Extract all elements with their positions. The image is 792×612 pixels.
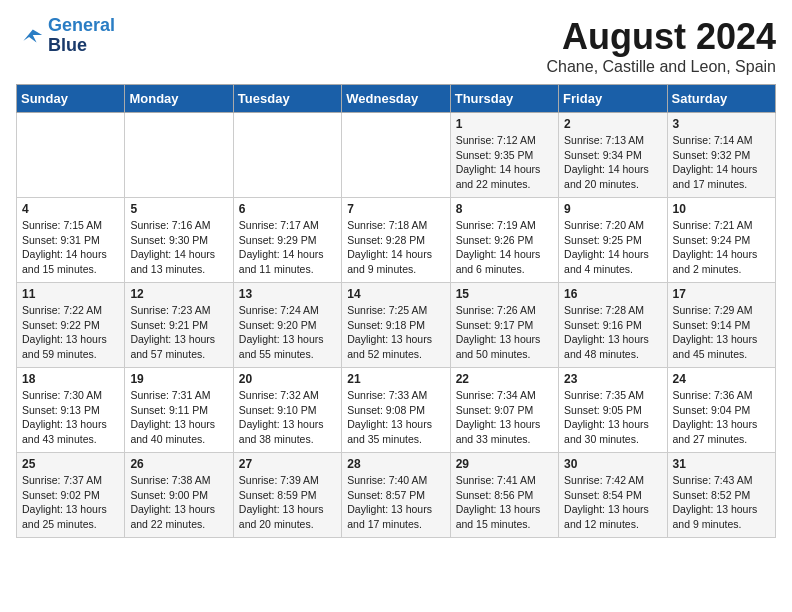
day-number: 27 xyxy=(239,457,336,471)
day-number: 16 xyxy=(564,287,661,301)
weekday-header: Wednesday xyxy=(342,85,450,113)
day-number: 9 xyxy=(564,202,661,216)
svg-marker-0 xyxy=(23,29,42,42)
day-number: 22 xyxy=(456,372,553,386)
day-info: Sunrise: 7:12 AM Sunset: 9:35 PM Dayligh… xyxy=(456,133,553,192)
calendar-cell: 2Sunrise: 7:13 AM Sunset: 9:34 PM Daylig… xyxy=(559,113,667,198)
calendar-cell: 7Sunrise: 7:18 AM Sunset: 9:28 PM Daylig… xyxy=(342,198,450,283)
day-info: Sunrise: 7:33 AM Sunset: 9:08 PM Dayligh… xyxy=(347,388,444,447)
day-info: Sunrise: 7:17 AM Sunset: 9:29 PM Dayligh… xyxy=(239,218,336,277)
calendar-cell xyxy=(17,113,125,198)
calendar-cell: 30Sunrise: 7:42 AM Sunset: 8:54 PM Dayli… xyxy=(559,453,667,538)
day-info: Sunrise: 7:16 AM Sunset: 9:30 PM Dayligh… xyxy=(130,218,227,277)
calendar-cell: 9Sunrise: 7:20 AM Sunset: 9:25 PM Daylig… xyxy=(559,198,667,283)
day-info: Sunrise: 7:36 AM Sunset: 9:04 PM Dayligh… xyxy=(673,388,770,447)
weekday-header: Saturday xyxy=(667,85,775,113)
day-info: Sunrise: 7:13 AM Sunset: 9:34 PM Dayligh… xyxy=(564,133,661,192)
calendar-cell: 11Sunrise: 7:22 AM Sunset: 9:22 PM Dayli… xyxy=(17,283,125,368)
day-info: Sunrise: 7:31 AM Sunset: 9:11 PM Dayligh… xyxy=(130,388,227,447)
calendar-cell: 15Sunrise: 7:26 AM Sunset: 9:17 PM Dayli… xyxy=(450,283,558,368)
calendar-cell: 23Sunrise: 7:35 AM Sunset: 9:05 PM Dayli… xyxy=(559,368,667,453)
day-number: 10 xyxy=(673,202,770,216)
calendar-cell: 24Sunrise: 7:36 AM Sunset: 9:04 PM Dayli… xyxy=(667,368,775,453)
calendar-cell: 10Sunrise: 7:21 AM Sunset: 9:24 PM Dayli… xyxy=(667,198,775,283)
day-number: 24 xyxy=(673,372,770,386)
calendar-cell xyxy=(342,113,450,198)
weekday-header: Thursday xyxy=(450,85,558,113)
day-number: 28 xyxy=(347,457,444,471)
day-info: Sunrise: 7:38 AM Sunset: 9:00 PM Dayligh… xyxy=(130,473,227,532)
day-info: Sunrise: 7:22 AM Sunset: 9:22 PM Dayligh… xyxy=(22,303,119,362)
header: General Blue August 2024 Chane, Castille… xyxy=(16,16,776,76)
calendar-cell: 26Sunrise: 7:38 AM Sunset: 9:00 PM Dayli… xyxy=(125,453,233,538)
day-info: Sunrise: 7:29 AM Sunset: 9:14 PM Dayligh… xyxy=(673,303,770,362)
subtitle: Chane, Castille and Leon, Spain xyxy=(547,58,777,76)
day-number: 17 xyxy=(673,287,770,301)
weekday-header: Monday xyxy=(125,85,233,113)
day-number: 2 xyxy=(564,117,661,131)
calendar-cell: 19Sunrise: 7:31 AM Sunset: 9:11 PM Dayli… xyxy=(125,368,233,453)
day-number: 31 xyxy=(673,457,770,471)
day-info: Sunrise: 7:41 AM Sunset: 8:56 PM Dayligh… xyxy=(456,473,553,532)
calendar-cell: 28Sunrise: 7:40 AM Sunset: 8:57 PM Dayli… xyxy=(342,453,450,538)
day-number: 30 xyxy=(564,457,661,471)
day-number: 29 xyxy=(456,457,553,471)
logo: General Blue xyxy=(16,16,115,56)
calendar-cell: 4Sunrise: 7:15 AM Sunset: 9:31 PM Daylig… xyxy=(17,198,125,283)
day-info: Sunrise: 7:37 AM Sunset: 9:02 PM Dayligh… xyxy=(22,473,119,532)
logo-icon xyxy=(16,22,44,50)
day-number: 15 xyxy=(456,287,553,301)
day-number: 19 xyxy=(130,372,227,386)
calendar-cell: 27Sunrise: 7:39 AM Sunset: 8:59 PM Dayli… xyxy=(233,453,341,538)
day-number: 13 xyxy=(239,287,336,301)
day-number: 14 xyxy=(347,287,444,301)
calendar-cell: 16Sunrise: 7:28 AM Sunset: 9:16 PM Dayli… xyxy=(559,283,667,368)
calendar-cell: 8Sunrise: 7:19 AM Sunset: 9:26 PM Daylig… xyxy=(450,198,558,283)
calendar-cell: 3Sunrise: 7:14 AM Sunset: 9:32 PM Daylig… xyxy=(667,113,775,198)
day-number: 3 xyxy=(673,117,770,131)
day-info: Sunrise: 7:18 AM Sunset: 9:28 PM Dayligh… xyxy=(347,218,444,277)
calendar-cell: 31Sunrise: 7:43 AM Sunset: 8:52 PM Dayli… xyxy=(667,453,775,538)
day-info: Sunrise: 7:15 AM Sunset: 9:31 PM Dayligh… xyxy=(22,218,119,277)
calendar-table: SundayMondayTuesdayWednesdayThursdayFrid… xyxy=(16,84,776,538)
day-info: Sunrise: 7:25 AM Sunset: 9:18 PM Dayligh… xyxy=(347,303,444,362)
day-info: Sunrise: 7:14 AM Sunset: 9:32 PM Dayligh… xyxy=(673,133,770,192)
calendar-cell xyxy=(125,113,233,198)
day-number: 7 xyxy=(347,202,444,216)
day-info: Sunrise: 7:40 AM Sunset: 8:57 PM Dayligh… xyxy=(347,473,444,532)
weekday-header: Sunday xyxy=(17,85,125,113)
day-info: Sunrise: 7:43 AM Sunset: 8:52 PM Dayligh… xyxy=(673,473,770,532)
day-number: 23 xyxy=(564,372,661,386)
title-area: August 2024 Chane, Castille and Leon, Sp… xyxy=(547,16,777,76)
day-info: Sunrise: 7:35 AM Sunset: 9:05 PM Dayligh… xyxy=(564,388,661,447)
calendar-cell: 13Sunrise: 7:24 AM Sunset: 9:20 PM Dayli… xyxy=(233,283,341,368)
calendar-cell: 25Sunrise: 7:37 AM Sunset: 9:02 PM Dayli… xyxy=(17,453,125,538)
day-info: Sunrise: 7:32 AM Sunset: 9:10 PM Dayligh… xyxy=(239,388,336,447)
day-info: Sunrise: 7:20 AM Sunset: 9:25 PM Dayligh… xyxy=(564,218,661,277)
calendar-cell: 12Sunrise: 7:23 AM Sunset: 9:21 PM Dayli… xyxy=(125,283,233,368)
logo-text: General Blue xyxy=(48,16,115,56)
day-number: 25 xyxy=(22,457,119,471)
day-number: 4 xyxy=(22,202,119,216)
day-info: Sunrise: 7:28 AM Sunset: 9:16 PM Dayligh… xyxy=(564,303,661,362)
calendar-cell: 18Sunrise: 7:30 AM Sunset: 9:13 PM Dayli… xyxy=(17,368,125,453)
weekday-header: Tuesday xyxy=(233,85,341,113)
day-number: 5 xyxy=(130,202,227,216)
day-info: Sunrise: 7:21 AM Sunset: 9:24 PM Dayligh… xyxy=(673,218,770,277)
calendar-cell: 20Sunrise: 7:32 AM Sunset: 9:10 PM Dayli… xyxy=(233,368,341,453)
main-title: August 2024 xyxy=(547,16,777,58)
calendar-cell: 1Sunrise: 7:12 AM Sunset: 9:35 PM Daylig… xyxy=(450,113,558,198)
calendar-cell: 6Sunrise: 7:17 AM Sunset: 9:29 PM Daylig… xyxy=(233,198,341,283)
day-number: 21 xyxy=(347,372,444,386)
day-info: Sunrise: 7:42 AM Sunset: 8:54 PM Dayligh… xyxy=(564,473,661,532)
day-info: Sunrise: 7:39 AM Sunset: 8:59 PM Dayligh… xyxy=(239,473,336,532)
day-info: Sunrise: 7:26 AM Sunset: 9:17 PM Dayligh… xyxy=(456,303,553,362)
day-number: 1 xyxy=(456,117,553,131)
day-info: Sunrise: 7:34 AM Sunset: 9:07 PM Dayligh… xyxy=(456,388,553,447)
day-number: 18 xyxy=(22,372,119,386)
day-number: 20 xyxy=(239,372,336,386)
calendar-cell: 29Sunrise: 7:41 AM Sunset: 8:56 PM Dayli… xyxy=(450,453,558,538)
day-info: Sunrise: 7:30 AM Sunset: 9:13 PM Dayligh… xyxy=(22,388,119,447)
day-number: 8 xyxy=(456,202,553,216)
day-info: Sunrise: 7:23 AM Sunset: 9:21 PM Dayligh… xyxy=(130,303,227,362)
